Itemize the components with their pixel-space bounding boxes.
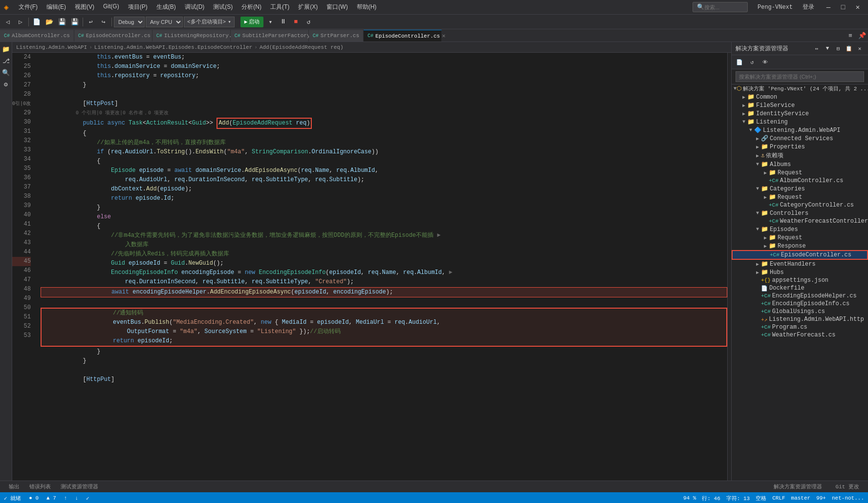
menu-view[interactable]: 视图(V) [71,2,98,12]
menu-test[interactable]: 测试(S) [209,2,237,12]
show-all-files-button[interactable]: 📄 [734,56,745,68]
git-icon[interactable]: ⎇ [0,56,11,66]
tree-episodes[interactable]: ▼ 📁 Episodes [732,225,868,233]
tree-categories-request[interactable]: ▶ 📁 Request [732,193,868,201]
tree-albumcontroller[interactable]: +C# AlbumController.cs [732,177,868,185]
open-button[interactable]: 📂 [43,16,55,28]
save-all-button[interactable]: 💾 [69,16,81,28]
menu-build[interactable]: 生成(B) [152,2,180,12]
tree-episodecontroller[interactable]: +C# EpisodeController.cs [732,250,868,260]
menu-project[interactable]: 项目(P) [124,2,152,12]
tree-dependencies[interactable]: ▶ ⚓ 依赖项 [732,151,868,160]
tree-encodingepisodehelper[interactable]: +C# EncodingEpisodeHelper.cs [732,292,868,300]
notification-count[interactable]: 99+ [816,495,826,502]
undo-button[interactable]: ↩ [85,16,97,28]
tree-identityservice[interactable]: ▶ 📁 IdentityService [732,109,868,118]
tree-eventhandlers[interactable]: ▶ 📁 EventHandlers [732,260,868,268]
tab-pin-button[interactable]: 📌 [856,30,868,42]
menu-extensions[interactable]: 扩展(X) [294,2,322,12]
tree-program[interactable]: +C# Program.cs [732,323,868,331]
save-button[interactable]: 💾 [56,16,68,28]
tree-listening[interactable]: ▼ 📁 Listening [732,118,868,126]
tree-encodingepisodeinfo[interactable]: +C# EncodingEpisodeInfo.cs [732,300,868,308]
collapse-all-button[interactable]: ⊟ [834,44,843,53]
tree-episodes-response[interactable]: ▶ 📁 Response [732,242,868,250]
warning-status[interactable]: ▲ 7 [46,495,56,501]
git-branch[interactable]: master [791,495,811,502]
menu-window[interactable]: 窗口(W) [323,2,351,12]
tree-connected-services[interactable]: ▶ 🔗 Connected Services [732,134,868,143]
tree-controllers[interactable]: ▼ 📁 Controllers [732,209,868,217]
show-preview-button[interactable]: 👁 [759,56,771,68]
tree-properties[interactable]: ▶ 📁 Properties [732,143,868,151]
new-project-button[interactable]: 📄 [31,16,43,28]
redo-button[interactable]: ↪ [98,16,109,28]
debug-config-select[interactable]: Debug [114,17,145,27]
search-input[interactable] [704,4,743,10]
up-status[interactable]: ↑ [64,495,67,501]
zoom-level[interactable]: 94 % [683,495,696,502]
down-status[interactable]: ↓ [75,495,78,501]
tab-ilistening[interactable]: C# IListeningRepository.cs [152,30,231,42]
error-status[interactable]: ● 0 [29,495,39,501]
test-explorer-tab[interactable]: 测试资源管理器 [56,482,103,491]
menu-edit[interactable]: 编辑(E) [43,2,70,12]
menu-tools[interactable]: 工具(T) [266,2,293,12]
tree-listening-admin-webapi[interactable]: ▼ 🔷 Listening.Admin.WebAPI [732,126,868,134]
close-button[interactable]: ✕ [851,2,864,12]
sync-with-active-button[interactable]: ⇔ [812,44,821,53]
tree-categorycontroller[interactable]: +C# CategoryController.cs [732,201,868,209]
tree-common[interactable]: ▶ 📁 Common [732,93,868,101]
git-changes-tab[interactable]: Git 更改 [831,482,864,491]
properties-button[interactable]: 📋 [845,44,853,53]
startup-project-dropdown[interactable]: <多个启动项目> ▾ [184,17,235,27]
menu-file[interactable]: 文件(F) [15,2,42,12]
login-link[interactable]: 登录 [799,2,818,12]
tab-close-button[interactable]: ✕ [442,32,445,40]
filter-button[interactable]: ▼ [823,44,832,53]
tree-hubs[interactable]: ▶ 📁 Hubs [732,268,868,276]
minimize-button[interactable]: — [822,2,835,12]
breadcrumb-item-1[interactable]: Listening.Admin.WebAPI [16,44,87,50]
menu-git[interactable]: Git(G) [99,2,123,12]
maximize-button[interactable]: □ [837,2,849,12]
tab-list-button[interactable]: ≡ [845,30,856,42]
tree-weatherforecast-controller[interactable]: +C# WeatherForecastController [732,217,868,225]
back-button[interactable]: ◁ [2,16,14,28]
tree-globalusings[interactable]: +C# GlobalUsings.cs [732,308,868,315]
solution-explorer-icon[interactable]: 📁 [0,44,11,55]
menu-analyze[interactable]: 分析(N) [238,2,265,12]
tree-solution-root[interactable]: ▼ ⬡ 解决方案 'Peng-VNext' (24 个项目, 共 2 ... [732,84,868,93]
refresh-button[interactable]: ↺ [746,56,758,68]
menu-debug[interactable]: 调试(D) [181,2,209,12]
output-tab[interactable]: 输出 [4,482,24,491]
close-panel-button[interactable]: ✕ [855,44,864,53]
stop-button[interactable]: ■ [290,16,302,28]
tree-appsettings[interactable]: +{} appsettings.json [732,276,868,284]
tab-subtitleparser[interactable]: C# SubtitleParserFactory.cs [231,30,309,42]
breadcrumb-item-2[interactable]: Listening.Admin.WebAPI.Episodes.EpisodeC… [94,44,252,50]
tree-dockerfile[interactable]: 📄 Dockerfile [732,284,868,292]
check-status[interactable]: ✓ [86,495,89,502]
solution-explorer-bottom-tab[interactable]: 解决方案资源管理器 [769,482,827,491]
tab-episodecontroller-1[interactable]: C# EpisodeController.cs [74,30,152,42]
run-dropdown-button[interactable]: ▾ [264,16,276,28]
menu-help[interactable]: 帮助(H) [353,2,381,12]
search-solution-input[interactable] [736,71,864,82]
code-editor[interactable]: this.eventBus = eventBus; this.domainSer… [37,53,727,481]
tree-fileservice[interactable]: ▶ 📁 FileService [732,101,868,109]
tab-srtparser[interactable]: C# SrtParser.cs [309,30,364,42]
tree-episodes-request[interactable]: ▶ 📁 Request [732,233,868,242]
tab-albumcontroller[interactable]: C# AlbumController.cs [0,30,74,42]
search-sidebar-icon[interactable]: 🔍 [0,67,11,78]
tree-albums[interactable]: ▼ 📁 Albums [732,160,868,168]
tree-http-file[interactable]: +↗ Listening.Admin.WebAPI.http [732,315,868,323]
restart-button[interactable]: ↺ [303,16,314,28]
tab-episodecontroller-active[interactable]: C# EpisodeController.cs ✕ [364,30,442,42]
tree-weatherforecast[interactable]: +C# WeatherForecast.cs [732,331,868,339]
run-button[interactable]: ▶ 启动 [240,17,264,27]
pause-button[interactable]: ⏸ [277,16,289,28]
tree-albums-request[interactable]: ▶ 📁 Request [732,168,868,177]
encoding-info[interactable]: CRLF [772,495,785,502]
error-list-tab[interactable]: 错误列表 [24,482,56,491]
